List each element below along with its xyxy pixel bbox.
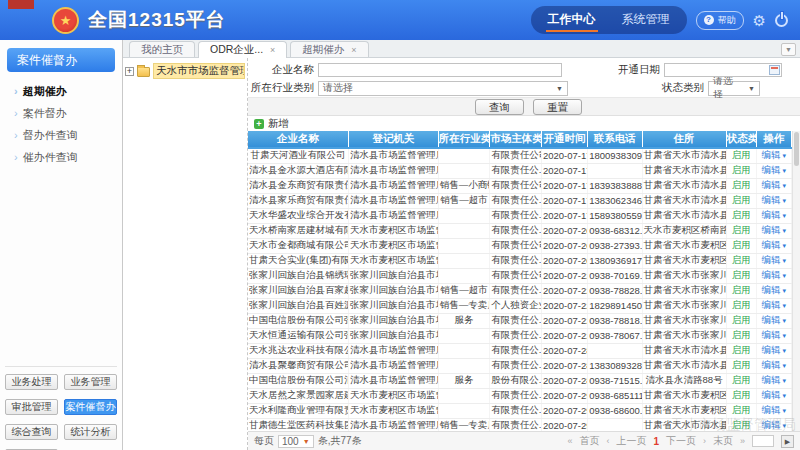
tab-my-homepage[interactable]: 我的主页 [129, 41, 195, 57]
vertical-scrollbar[interactable] [792, 131, 800, 431]
table-body: 甘肃天河酒业有限公司清水县市场监督管理局有限责任公司2020-07-171800… [248, 148, 792, 431]
sidebar-header-case-supervision[interactable]: 案件催督办 [7, 48, 115, 72]
scrollbar-thumb[interactable] [794, 132, 799, 166]
tree-node-root[interactable]: + 天水市市场监督管理局 [125, 63, 245, 79]
table-cell [438, 163, 490, 178]
table-cell: 2020-07-20 [541, 253, 587, 268]
edit-button[interactable]: 编辑▾ [762, 239, 787, 250]
prev-page-button[interactable]: 上一页 [616, 434, 646, 448]
sidebar-item-supervision-query[interactable]: › 督办件查询 [0, 124, 122, 146]
module-button-business-management[interactable]: 业务管理 [64, 374, 117, 390]
sidebar-item-urging-query[interactable]: › 催办件查询 [0, 146, 122, 168]
table-cell: 有限责任公... [490, 313, 542, 328]
edit-button[interactable]: 编辑▾ [762, 164, 787, 175]
edit-button[interactable]: 编辑▾ [762, 389, 787, 400]
table-cell: 甘肃省天水市张家川回族... [642, 268, 726, 283]
status-badge: 启用 [732, 359, 751, 370]
last-page-button[interactable]: 末页 [713, 434, 733, 448]
edit-button[interactable]: 编辑▾ [762, 254, 787, 265]
sidebar-module-buttons: 业务处理 业务管理 审批管理 案件催督办 综合查询 统计分析 12315效能..… [5, 366, 117, 450]
nav-work-center[interactable]: 工作中心 [536, 9, 608, 31]
table-row: 天水居然之家景园家居建...天水市麦积区市场监督管...有限责任公...2020… [248, 388, 792, 403]
first-page-icon: « [567, 436, 572, 446]
next-page-button[interactable]: 下一页 [666, 434, 696, 448]
edit-button[interactable]: 编辑▾ [762, 329, 787, 340]
query-button[interactable]: 查询 [475, 99, 524, 115]
table-cell [438, 268, 490, 283]
table-cell: 天水利隆商业管理有限责... [248, 403, 349, 418]
company-name-input[interactable] [318, 63, 562, 77]
edit-button[interactable]: 编辑▾ [762, 314, 787, 325]
chevron-right-icon: › [14, 124, 18, 146]
edit-button[interactable]: 编辑▾ [762, 284, 787, 295]
nav-system-management[interactable]: 系统管理 [610, 9, 682, 31]
first-page-button[interactable]: 首页 [579, 434, 599, 448]
tab-odr-enterprise[interactable]: ODR企业... × [198, 41, 287, 58]
edit-button[interactable]: 编辑▾ [762, 179, 787, 190]
add-button[interactable]: 新增 [268, 117, 289, 131]
reset-button[interactable]: 重置 [533, 99, 582, 115]
status-select[interactable]: 请选择 ▼ [708, 81, 760, 96]
tab-overdue-urging[interactable]: 超期催办 × [290, 41, 368, 57]
edit-button[interactable]: 编辑▾ [762, 209, 787, 220]
tree-expand-icon[interactable]: + [125, 67, 134, 76]
edit-button[interactable]: 编辑▾ [762, 359, 787, 370]
caret-down-icon: ▾ [783, 347, 787, 354]
edit-button[interactable]: 编辑▾ [762, 419, 787, 430]
edit-button[interactable]: 编辑▾ [762, 299, 787, 310]
sidebar-item-overdue-urging[interactable]: › 超期催办 [0, 80, 122, 102]
tree-node-label[interactable]: 天水市市场监督管理局 [153, 63, 245, 79]
close-icon[interactable]: × [351, 45, 356, 55]
open-date-label: 开通日期 [564, 63, 660, 77]
collapse-panel-button[interactable]: ▼ [781, 43, 796, 56]
edit-button[interactable]: 编辑▾ [762, 344, 787, 355]
tab-label: 超期催办 [302, 43, 344, 57]
caret-down-icon: ▾ [783, 272, 787, 279]
power-icon[interactable] [775, 14, 788, 27]
help-button[interactable]: ? 帮助 [696, 11, 744, 30]
edit-button[interactable]: 编辑▾ [762, 194, 787, 205]
industry-select[interactable]: 请选择 ▼ [318, 81, 568, 96]
caret-down-icon: ▾ [783, 317, 787, 324]
table-cell: 甘肃省天水市麦积区天河... [642, 388, 726, 403]
brand: ★ 全国12315平台 [52, 7, 226, 34]
module-button-statistics-analysis[interactable]: 统计分析 [64, 424, 117, 440]
table-cell [588, 418, 642, 431]
last-page-icon: » [740, 436, 745, 446]
goto-page-button[interactable]: ▶ [781, 435, 794, 448]
sidebar-item-case-supervision[interactable]: › 案件督办 [0, 102, 122, 124]
edit-button[interactable]: 编辑▾ [762, 404, 787, 415]
table-cell: 清水县金水源大酒店有限... [248, 163, 349, 178]
edit-button[interactable]: 编辑▾ [762, 149, 787, 160]
table-cell: 编辑▾ [756, 298, 791, 313]
caret-down-icon: ▾ [783, 302, 787, 309]
module-button-comprehensive-query[interactable]: 综合查询 [5, 424, 58, 440]
table-cell: 编辑▾ [756, 163, 791, 178]
close-icon[interactable]: × [270, 45, 275, 55]
table-cell: 张家川回族自治县百姓源... [248, 298, 349, 313]
module-button-approval-management[interactable]: 审批管理 [5, 399, 58, 415]
caret-down-icon: ▾ [783, 377, 787, 384]
edit-button[interactable]: 编辑▾ [762, 269, 787, 280]
calendar-icon[interactable] [769, 65, 780, 75]
table-cell: 有限责任公司 [490, 238, 542, 253]
edit-button[interactable]: 编辑▾ [762, 224, 787, 235]
table-cell: 甘肃省天水市清水县苑国... [642, 163, 726, 178]
org-tree-panel: + 天水市市场监督管理局 [123, 58, 248, 450]
module-button-business-processing[interactable]: 业务处理 [5, 374, 58, 390]
per-page-select[interactable]: 100 ▼ [278, 435, 314, 448]
table-cell: 编辑▾ [756, 388, 791, 403]
per-page-label: 每页 [254, 434, 274, 448]
table-cell: 天水桥南家居建材城有限... [248, 223, 349, 238]
table-cell: 2020-07-29 [541, 388, 587, 403]
module-button-case-supervision[interactable]: 案件催督办 [64, 399, 117, 415]
table-cell: 清水县市场监督管理局 [349, 178, 439, 193]
top-header: ★ 全国12315平台 工作中心 系统管理 ? 帮助 ⚙ [0, 0, 800, 40]
open-date-input[interactable] [665, 69, 781, 81]
table-cell: 0938-68600... [588, 403, 642, 418]
edit-button[interactable]: 编辑▾ [762, 374, 787, 385]
table-cell [588, 343, 642, 358]
table-cell: 有限责任公... [490, 343, 542, 358]
gear-icon[interactable]: ⚙ [753, 13, 766, 28]
goto-page-input[interactable] [752, 435, 774, 447]
